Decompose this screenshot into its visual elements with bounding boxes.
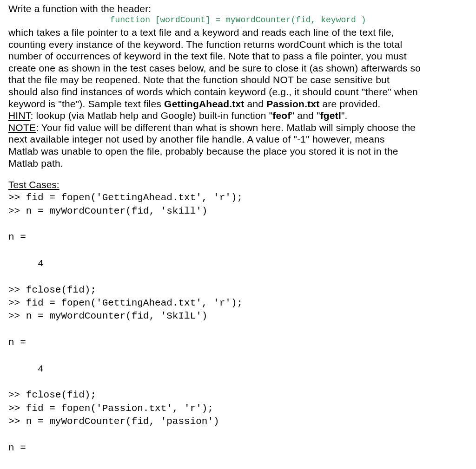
paragraph-line: number of occurrences of keyword in the …	[8, 50, 468, 62]
sample-file-2: Passion.txt	[266, 98, 319, 109]
note-cont-line: Matlab path.	[8, 157, 468, 169]
note-rest: : Your fid value will be different than …	[36, 122, 416, 133]
hint-pre: : lookup (via Matlab help and Google) bu…	[30, 110, 272, 121]
note-cont-line: next available integer not used by anoth…	[8, 133, 468, 145]
function-signature: function [wordCount] = myWordCounter(fid…	[8, 15, 468, 26]
hint-post: ".	[341, 110, 348, 121]
hint-fn1: feof	[272, 110, 291, 121]
hint-line: HINT: lookup (via Matlab help and Google…	[8, 110, 468, 122]
sample-file-1: GettingAhead.txt	[164, 98, 244, 109]
hint-label: HINT	[8, 110, 30, 121]
note-line: NOTE: Your fid value will be different t…	[8, 122, 468, 134]
paragraph-line: which takes a file pointer to a text fil…	[8, 26, 468, 39]
sample-pre: keyword is "the"). Sample text files	[8, 98, 164, 109]
document-page: Write a function with the header: functi…	[0, 0, 476, 469]
note-cont-line: Matlab was unable to open the file, prob…	[8, 145, 468, 157]
intro-line: Write a function with the header:	[8, 3, 468, 15]
test-cases-heading: Test Cases:	[8, 179, 468, 190]
paragraph-line: create one as shown in the test cases be…	[8, 62, 468, 74]
sample-mid: and	[244, 98, 266, 109]
paragraph-line: counting every instance of the keyword. …	[8, 39, 468, 51]
paragraph-line: should also find instances of words whic…	[8, 86, 468, 98]
hint-fn2: fgetl	[320, 110, 341, 121]
sample-post: are provided.	[319, 98, 380, 109]
paragraph-line: that the file may be reopened. Note that…	[8, 74, 468, 86]
sample-files-line: keyword is "the"). Sample text files Get…	[8, 98, 468, 110]
console-output: >> fid = fopen('GettingAhead.txt', 'r');…	[8, 191, 468, 469]
hint-mid: " and "	[291, 110, 320, 121]
note-label: NOTE	[8, 122, 36, 133]
